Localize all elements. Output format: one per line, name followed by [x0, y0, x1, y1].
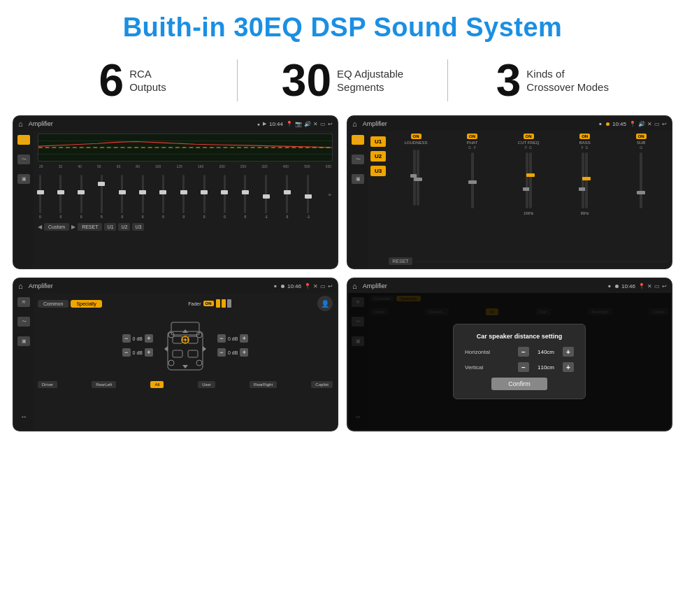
left-db-controls: − 0 dB + − 0 dB +: [122, 334, 153, 357]
bass-on[interactable]: ON: [579, 134, 590, 139]
freq-400: 400: [283, 164, 289, 169]
vertical-minus-btn[interactable]: −: [518, 362, 529, 372]
location-icon-1: 📍: [286, 121, 293, 127]
left-top-minus[interactable]: −: [122, 334, 131, 343]
stat-rca-label: RCA Outputs: [129, 67, 166, 94]
freq-200: 200: [219, 164, 224, 169]
profile-icon[interactable]: 👤: [317, 296, 333, 311]
eq-sidebar-speaker-icon[interactable]: ▣: [17, 174, 30, 184]
vertical-row: Vertical − 110cm +: [465, 362, 574, 372]
u2-btn[interactable]: U2: [118, 223, 130, 231]
u1-amp-btn[interactable]: U1: [370, 136, 386, 147]
distance-screen-content: ≋ 〜 ▣ ↔ Common Specialty Driver RearLef.…: [348, 293, 671, 430]
right-top-db: − 0 dB +: [217, 334, 248, 343]
driver-btn[interactable]: Driver: [38, 381, 57, 388]
camera-icon-1: 📷: [295, 121, 302, 127]
stat-eq-number: 30: [282, 58, 331, 103]
back-icon-4[interactable]: ↩: [662, 283, 667, 289]
vertical-plus-btn[interactable]: +: [563, 362, 574, 372]
right-top-plus[interactable]: +: [240, 334, 248, 343]
phat-col: ON PHAT G F: [445, 134, 500, 255]
home-icon-4[interactable]: ⌂: [352, 282, 357, 290]
freq-25: 25: [39, 164, 43, 169]
eq-sidebar-wave-icon[interactable]: 〜: [17, 155, 30, 164]
bass-sliders: [582, 150, 588, 211]
fader-bar-2: [222, 299, 226, 308]
amp-control-cols: ON LOUDNESS ON PHAT G F: [389, 134, 668, 255]
left-bottom-value: 0 dB: [133, 350, 143, 355]
right-bottom-plus[interactable]: +: [240, 348, 248, 357]
eq-sidebar-eq-icon[interactable]: ≋: [17, 135, 30, 145]
tab-common[interactable]: Common: [38, 300, 68, 308]
screen-distance: ⌂ Amplifier ■ 10:46 📍 ✕ ▭ ↩ ≋ 〜 ▣ ↔: [347, 278, 672, 431]
copilot-btn[interactable]: Copilot: [311, 381, 333, 388]
amp-wave-icon[interactable]: 〜: [352, 155, 364, 164]
left-top-plus[interactable]: +: [145, 334, 153, 343]
confirm-button[interactable]: Confirm: [491, 378, 547, 390]
svg-marker-16: [203, 346, 206, 352]
rect-icon-1: ▭: [320, 121, 326, 127]
reset-btn[interactable]: RESET: [78, 223, 102, 231]
fader-on-badge[interactable]: ON: [203, 301, 214, 306]
status-bar-3: ⌂ Amplifier ■ 10:46 📍 ✕ ▭ ↩: [14, 279, 337, 293]
cutfreq-on[interactable]: ON: [524, 134, 534, 139]
next-btn[interactable]: ▶: [71, 224, 75, 230]
rearleft-btn[interactable]: RearLeft: [92, 381, 116, 388]
rearright-btn[interactable]: RearRight: [250, 381, 277, 388]
sub-col: ON SUB G: [614, 134, 668, 255]
loudness-col: ON LOUDNESS: [389, 134, 443, 255]
home-icon-3[interactable]: ⌂: [18, 282, 23, 290]
loudness-label: LOUDNESS: [405, 141, 428, 145]
all-btn[interactable]: All: [150, 381, 164, 388]
back-icon-1[interactable]: ↩: [328, 121, 333, 127]
u3-amp-btn[interactable]: U3: [370, 166, 386, 176]
location-icon-2: 📍: [629, 121, 636, 127]
amp-eq-icon[interactable]: ≋: [352, 135, 364, 145]
u1-btn[interactable]: U1: [104, 223, 116, 231]
amp-speaker-icon[interactable]: ▣: [352, 174, 364, 184]
horizontal-value: 140cm: [532, 349, 560, 355]
freq-40: 40: [78, 164, 82, 169]
back-icon-2[interactable]: ↩: [662, 121, 667, 127]
screen2-time: 10:45: [612, 121, 626, 127]
amp-reset-btn[interactable]: RESET: [389, 257, 412, 265]
close-icon-2: ✕: [647, 121, 652, 127]
svg-point-20: [196, 360, 202, 366]
amp-content: U1 U2 U3 ON LOUDNESS: [368, 131, 671, 268]
prev-btn[interactable]: ◀: [38, 224, 42, 230]
horizontal-plus-btn[interactable]: +: [563, 347, 574, 357]
phat-on[interactable]: ON: [467, 134, 477, 139]
spk-wave-icon[interactable]: 〜: [17, 317, 30, 327]
sub-on[interactable]: ON: [636, 134, 647, 139]
home-icon-2[interactable]: ⌂: [352, 120, 357, 128]
freq-50: 50: [97, 164, 101, 169]
back-icon-3[interactable]: ↩: [328, 283, 333, 289]
rect-icon-3: ▭: [320, 283, 326, 289]
distance-modal: Car speaker distance setting Horizontal …: [453, 324, 586, 399]
reset-divider: [415, 261, 668, 262]
u3-btn[interactable]: U3: [132, 223, 144, 231]
horizontal-minus-btn[interactable]: −: [518, 347, 529, 357]
spk-arrows-icon: ↔: [20, 413, 27, 420]
eq-slider-11: -1: [265, 175, 268, 219]
home-icon-1[interactable]: ⌂: [18, 120, 23, 128]
loudness-on[interactable]: ON: [411, 134, 421, 139]
car-diagram: [157, 314, 213, 377]
left-bottom-plus[interactable]: +: [145, 348, 153, 357]
eq-slider-5: 0: [142, 175, 144, 219]
sound-icon-2: 🔊: [638, 121, 645, 127]
tab-specialty[interactable]: Specialty: [71, 300, 101, 308]
status-dot1: ●: [257, 122, 260, 127]
cutfreq-col: ON CUT FREQ F G 100Hz: [501, 134, 556, 255]
user-btn[interactable]: User: [198, 381, 215, 388]
amp-screen-content: ≋ 〜 ▣ U1 U2 U3 ON L: [348, 131, 671, 268]
spk-eq-icon[interactable]: ≋: [17, 297, 30, 307]
right-top-minus[interactable]: −: [217, 334, 226, 343]
eq-slider-12: 0: [286, 175, 288, 219]
speaker-sidebar: ≋ 〜 ▣ ↔: [14, 293, 34, 430]
spk-speaker-icon[interactable]: ▣: [17, 336, 30, 346]
left-bottom-minus[interactable]: −: [122, 348, 131, 357]
right-bottom-minus[interactable]: −: [217, 348, 226, 357]
custom-btn[interactable]: Custom: [44, 223, 69, 231]
u2-amp-btn[interactable]: U2: [370, 151, 386, 162]
